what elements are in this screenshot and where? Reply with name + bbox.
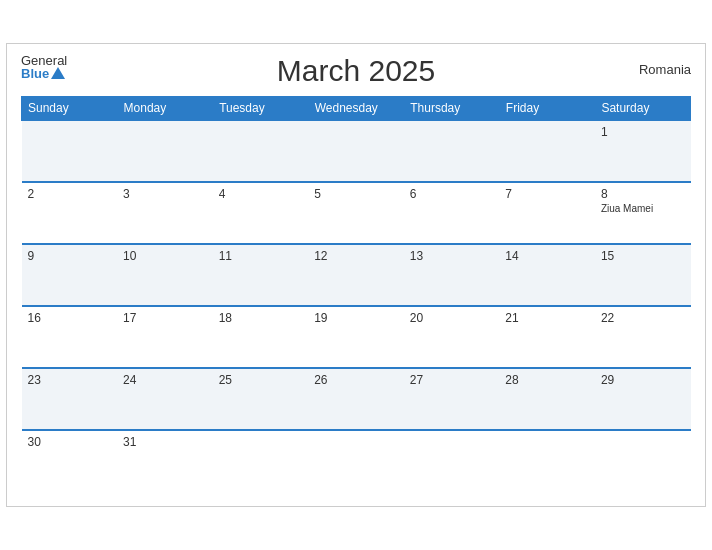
day-number: 22	[601, 311, 685, 325]
calendar-cell: 23	[22, 368, 118, 430]
day-number: 17	[123, 311, 207, 325]
calendar-cell: 8Ziua Mamei	[595, 182, 691, 244]
day-number: 21	[505, 311, 589, 325]
day-event: Ziua Mamei	[601, 203, 685, 214]
weekday-sunday: Sunday	[22, 97, 118, 121]
day-number: 30	[28, 435, 112, 449]
calendar-table: Sunday Monday Tuesday Wednesday Thursday…	[21, 96, 691, 492]
day-number: 7	[505, 187, 589, 201]
calendar-cell	[499, 430, 595, 492]
calendar-cell: 21	[499, 306, 595, 368]
calendar-cell	[308, 120, 404, 182]
day-number: 11	[219, 249, 303, 263]
day-number: 18	[219, 311, 303, 325]
day-number: 8	[601, 187, 685, 201]
logo-blue-text: Blue	[21, 67, 65, 80]
calendar-cell	[404, 120, 500, 182]
calendar-cell: 9	[22, 244, 118, 306]
day-number: 12	[314, 249, 398, 263]
calendar-cell: 29	[595, 368, 691, 430]
day-number: 23	[28, 373, 112, 387]
day-number: 26	[314, 373, 398, 387]
day-number: 28	[505, 373, 589, 387]
weekday-header-row: Sunday Monday Tuesday Wednesday Thursday…	[22, 97, 691, 121]
calendar-week-row: 1	[22, 120, 691, 182]
country-label: Romania	[639, 62, 691, 77]
logo: General Blue	[21, 54, 67, 80]
calendar-cell: 4	[213, 182, 309, 244]
calendar-cell: 3	[117, 182, 213, 244]
weekday-tuesday: Tuesday	[213, 97, 309, 121]
calendar-cell: 11	[213, 244, 309, 306]
calendar-cell	[404, 430, 500, 492]
calendar-cell: 7	[499, 182, 595, 244]
calendar-cell: 5	[308, 182, 404, 244]
calendar-cell: 28	[499, 368, 595, 430]
calendar-cell	[213, 120, 309, 182]
day-number: 29	[601, 373, 685, 387]
day-number: 9	[28, 249, 112, 263]
day-number: 24	[123, 373, 207, 387]
calendar-cell: 14	[499, 244, 595, 306]
day-number: 20	[410, 311, 494, 325]
weekday-saturday: Saturday	[595, 97, 691, 121]
calendar-week-row: 3031	[22, 430, 691, 492]
calendar-cell: 27	[404, 368, 500, 430]
day-number: 16	[28, 311, 112, 325]
weekday-thursday: Thursday	[404, 97, 500, 121]
calendar-cell: 18	[213, 306, 309, 368]
calendar-cell: 24	[117, 368, 213, 430]
day-number: 27	[410, 373, 494, 387]
calendar-cell: 30	[22, 430, 118, 492]
calendar-cell: 10	[117, 244, 213, 306]
day-number: 13	[410, 249, 494, 263]
day-number: 15	[601, 249, 685, 263]
logo-triangle-icon	[51, 67, 65, 79]
calendar-cell: 1	[595, 120, 691, 182]
calendar-container: General Blue March 2025 Romania Sunday M…	[6, 43, 706, 507]
calendar-cell	[117, 120, 213, 182]
calendar-cell: 20	[404, 306, 500, 368]
calendar-cell	[22, 120, 118, 182]
calendar-week-row: 2345678Ziua Mamei	[22, 182, 691, 244]
calendar-cell	[213, 430, 309, 492]
calendar-cell	[308, 430, 404, 492]
calendar-header: General Blue March 2025 Romania	[21, 54, 691, 88]
weekday-friday: Friday	[499, 97, 595, 121]
weekday-wednesday: Wednesday	[308, 97, 404, 121]
calendar-cell: 13	[404, 244, 500, 306]
calendar-cell: 17	[117, 306, 213, 368]
weekday-monday: Monday	[117, 97, 213, 121]
calendar-week-row: 9101112131415	[22, 244, 691, 306]
day-number: 3	[123, 187, 207, 201]
day-number: 2	[28, 187, 112, 201]
day-number: 6	[410, 187, 494, 201]
calendar-cell: 12	[308, 244, 404, 306]
calendar-cell: 31	[117, 430, 213, 492]
calendar-week-row: 23242526272829	[22, 368, 691, 430]
day-number: 10	[123, 249, 207, 263]
calendar-cell	[595, 430, 691, 492]
day-number: 1	[601, 125, 685, 139]
calendar-week-row: 16171819202122	[22, 306, 691, 368]
day-number: 4	[219, 187, 303, 201]
day-number: 25	[219, 373, 303, 387]
calendar-cell	[499, 120, 595, 182]
calendar-cell: 25	[213, 368, 309, 430]
day-number: 14	[505, 249, 589, 263]
calendar-cell: 26	[308, 368, 404, 430]
day-number: 5	[314, 187, 398, 201]
month-title: March 2025	[277, 54, 435, 88]
calendar-cell: 2	[22, 182, 118, 244]
day-number: 19	[314, 311, 398, 325]
calendar-cell: 19	[308, 306, 404, 368]
day-number: 31	[123, 435, 207, 449]
calendar-cell: 22	[595, 306, 691, 368]
calendar-cell: 15	[595, 244, 691, 306]
calendar-cell: 6	[404, 182, 500, 244]
calendar-cell: 16	[22, 306, 118, 368]
